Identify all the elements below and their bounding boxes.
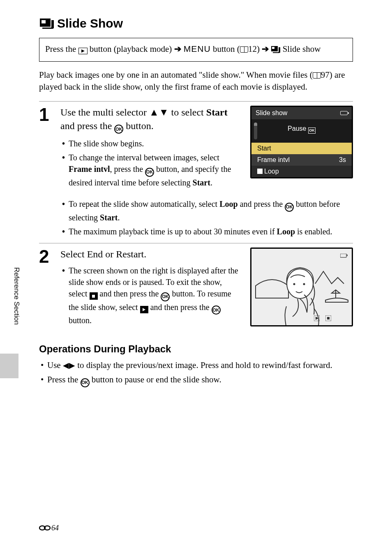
- menu-item-start: Start: [251, 143, 352, 154]
- breadcrumb-text: ): [257, 44, 262, 54]
- svg-rect-3: [42, 28, 53, 29]
- list-item: To change the interval between images, s…: [60, 152, 242, 188]
- slideshow-icon: [39, 18, 55, 29]
- play-icon: [140, 306, 148, 313]
- step-heading: Select End or Restart.: [60, 248, 242, 261]
- battery-icon: [340, 252, 348, 259]
- step-heading: Use the multi selector ▲▼ to select Star…: [60, 106, 242, 134]
- svg-marker-16: [316, 317, 318, 320]
- breadcrumb-text: button (: [213, 44, 240, 54]
- breadcrumb-text: Press the: [45, 44, 78, 54]
- play-control-icon: [314, 315, 320, 323]
- reference-link-icon: [39, 525, 51, 533]
- book-icon: [313, 72, 321, 79]
- checkbox-icon: [257, 169, 263, 174]
- svg-rect-18: [327, 317, 330, 319]
- svg-point-13: [293, 283, 295, 285]
- up-down-icon: ▲▼: [149, 106, 169, 118]
- screen-title: Slide show: [256, 109, 287, 117]
- ok-button-icon: OK: [161, 292, 170, 301]
- ok-button-icon: OK: [114, 125, 123, 134]
- svg-rect-10: [347, 255, 348, 256]
- menu-item-frame: Frame intvl3s: [251, 154, 352, 166]
- illustration-drawing: [251, 249, 353, 326]
- divider: [39, 101, 353, 102]
- divider: [39, 243, 353, 243]
- svg-rect-9: [340, 254, 346, 257]
- camera-screen-menu: Slide show Pause OK Start Frame intvl3s …: [250, 106, 353, 193]
- battery-icon: [340, 111, 348, 115]
- list-item: Use ◀▶ to display the previous/next imag…: [39, 359, 353, 371]
- operations-heading: Operations During Playback: [39, 343, 353, 355]
- arrow-right-icon: ➔: [174, 42, 182, 56]
- camera-screen-illustration: [250, 248, 353, 326]
- intro-text: Play back images one by one in an automa…: [39, 69, 353, 93]
- book-icon: [240, 46, 248, 53]
- svg-marker-4: [81, 49, 85, 53]
- breadcrumb-text: button (playback mode): [90, 44, 174, 54]
- ok-button-icon: OK: [81, 378, 90, 387]
- step-number: 2: [39, 248, 51, 266]
- svg-rect-8: [273, 52, 279, 53]
- svg-rect-7: [279, 47, 280, 53]
- step-number: 1: [39, 106, 51, 124]
- breadcrumb-page-ref: 12: [248, 44, 257, 54]
- ok-button-icon: OK: [285, 203, 294, 212]
- svg-point-14: [303, 283, 305, 285]
- list-item: Press the OK button to pause or end the …: [39, 373, 353, 387]
- stop-control-icon: [325, 315, 331, 323]
- menu-item-loop: Loop: [251, 166, 352, 177]
- list-item: The slide show begins.: [60, 138, 242, 149]
- ok-button-icon: OK: [212, 305, 221, 315]
- breadcrumb-text: Slide show: [283, 44, 321, 54]
- svg-rect-1: [42, 20, 46, 23]
- svg-rect-2: [51, 20, 54, 28]
- svg-rect-6: [272, 47, 274, 49]
- list-item: The maximum playback time is up to about…: [60, 226, 353, 237]
- section-label: Reference Section: [12, 267, 21, 325]
- menu-label: MENU: [184, 44, 211, 53]
- arrow-right-icon: ➔: [262, 42, 269, 56]
- pause-label: Pause: [288, 125, 306, 132]
- list-item: The screen shown on the right is display…: [60, 265, 242, 326]
- side-tab: [0, 354, 18, 378]
- ok-box-icon: OK: [308, 127, 316, 134]
- list-item: To repeat the slide show automatically, …: [60, 198, 353, 223]
- playback-button-icon: [78, 48, 88, 54]
- scrollbar: [254, 123, 257, 139]
- stop-icon: [90, 292, 98, 300]
- ok-button-icon: OK: [145, 168, 154, 177]
- slideshow-small-icon: [271, 44, 280, 57]
- left-right-icon: ◀▶: [63, 361, 75, 370]
- page-number: 64: [39, 524, 59, 533]
- breadcrumb: Press the button (playback mode) ➔ MENU …: [39, 38, 353, 62]
- svg-point-12: [287, 269, 313, 298]
- page-title: Slide Show: [57, 16, 123, 30]
